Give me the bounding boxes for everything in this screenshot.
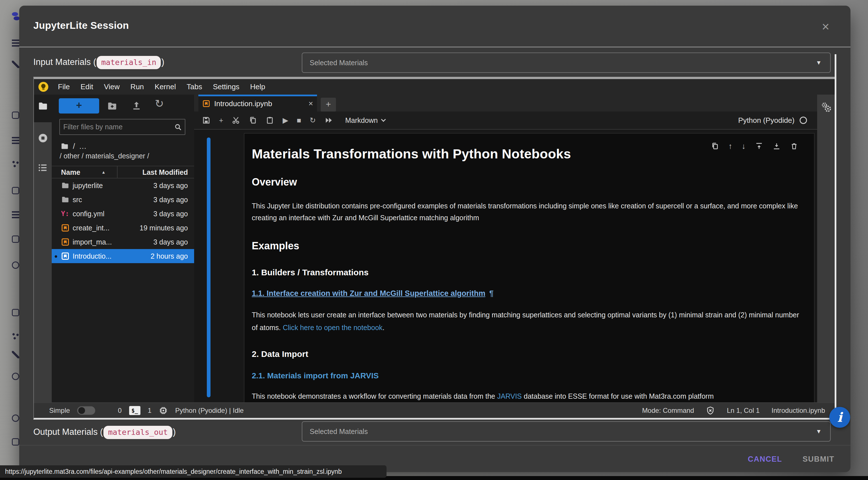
- app-pen-icon[interactable]: [12, 351, 19, 358]
- app-table-icon[interactable]: [12, 309, 19, 316]
- refresh-icon[interactable]: ↻: [154, 98, 165, 109]
- close-icon[interactable]: ×: [817, 19, 834, 36]
- cell-collapser-bar[interactable]: [207, 138, 211, 397]
- open-notebook-link[interactable]: Click here to open the notebook: [283, 323, 382, 332]
- new-launcher-button[interactable]: +: [59, 98, 99, 113]
- notebook-icon: [61, 252, 69, 260]
- app-pin-icon[interactable]: [12, 61, 19, 68]
- anchor-pilcrow[interactable]: ¶: [489, 289, 494, 298]
- file-row-create-interface[interactable]: create_int... 19 minutes ago: [52, 221, 194, 235]
- tab-introduction-ipynb[interactable]: Introduction.ipynb ×: [198, 95, 317, 111]
- input-materials-dropdown[interactable]: Selected Materials ▼: [302, 53, 831, 73]
- file-name: jupyterlite: [73, 178, 103, 193]
- menu-file[interactable]: File: [58, 82, 70, 91]
- jupyterlite-logo-icon: [38, 82, 48, 92]
- cell-type-select[interactable]: Markdown: [345, 116, 385, 125]
- paste-cells-icon[interactable]: [266, 116, 274, 125]
- modal-header: JupyterLite Session ×: [19, 6, 850, 47]
- copy-cells-icon[interactable]: [249, 116, 257, 125]
- insert-cell-above-icon[interactable]: [755, 142, 763, 150]
- menu-kernel[interactable]: Kernel: [155, 82, 176, 91]
- app-globe-icon[interactable]: [12, 373, 19, 380]
- file-row-src[interactable]: src 3 days ago: [52, 193, 194, 207]
- new-folder-icon[interactable]: [107, 101, 118, 111]
- run-cell-icon[interactable]: ▶: [283, 116, 288, 125]
- notebook-tab-bar: Introduction.ipynb × +: [194, 95, 817, 111]
- column-header-name[interactable]: Name: [61, 166, 80, 178]
- file-row-config-yml[interactable]: Y: config.yml 3 days ago: [52, 207, 194, 221]
- kernel-status-icon[interactable]: [800, 116, 807, 124]
- stop-kernel-icon[interactable]: ■: [297, 116, 301, 125]
- modal-scrollbar[interactable]: [835, 54, 836, 418]
- running-sessions-tab-icon[interactable]: [38, 133, 48, 143]
- menu-edit[interactable]: Edit: [81, 82, 93, 91]
- insert-cell-below-icon[interactable]: [773, 142, 781, 150]
- breadcrumb-home-folder-icon[interactable]: [60, 142, 69, 150]
- kernel-chip-icon[interactable]: [159, 406, 168, 415]
- breadcrumb-path[interactable]: / other / materials_designer /: [60, 152, 149, 160]
- column-header-modified[interactable]: Last Modified: [143, 166, 188, 178]
- save-icon[interactable]: [202, 116, 211, 125]
- move-cell-down-icon[interactable]: ↓: [742, 142, 746, 150]
- app-about-icon[interactable]: [12, 414, 19, 422]
- duplicate-cell-icon[interactable]: [711, 142, 719, 150]
- menu-view[interactable]: View: [104, 82, 120, 91]
- command-mode-indicator[interactable]: Mode: Command: [642, 407, 694, 414]
- sort-ascending-icon[interactable]: ▲: [101, 166, 106, 178]
- heading-data-import: 2. Data Import: [252, 349, 807, 359]
- kernels-count[interactable]: 1: [148, 407, 151, 414]
- menu-settings[interactable]: Settings: [213, 82, 239, 91]
- terminals-count[interactable]: 0: [118, 407, 122, 414]
- cursor-position[interactable]: Ln 1, Col 1: [727, 407, 760, 414]
- insert-cell-icon[interactable]: +: [219, 116, 223, 125]
- cut-cells-icon[interactable]: [232, 116, 240, 125]
- app-list-icon[interactable]: [12, 137, 19, 144]
- app-scatter-icon[interactable]: [12, 333, 19, 340]
- restart-kernel-icon[interactable]: ↻: [310, 116, 316, 125]
- menu-run[interactable]: Run: [130, 82, 144, 91]
- move-cell-up-icon[interactable]: ↑: [728, 142, 733, 150]
- heading-examples: Examples: [252, 240, 807, 252]
- app-camera-icon[interactable]: [12, 438, 19, 446]
- submit-button[interactable]: SUBMIT: [803, 446, 835, 472]
- file-row-introduction-selected[interactable]: ● Introductio... 2 hours ago: [52, 249, 194, 263]
- info-button[interactable]: i: [829, 407, 850, 428]
- app-book-icon[interactable]: [12, 187, 19, 194]
- status-filename[interactable]: Introduction.ipynb: [772, 407, 825, 414]
- delete-cell-icon[interactable]: [790, 142, 798, 150]
- kernel-name[interactable]: Python (Pyodide): [738, 116, 795, 125]
- file-modified: 3 days ago: [153, 193, 188, 207]
- input-dropdown-label: Selected Materials: [310, 53, 368, 72]
- interface-creation-link[interactable]: 1.1. Interface creation with Zur and McG…: [252, 289, 486, 298]
- simple-mode-toggle[interactable]: [77, 406, 95, 415]
- cancel-button[interactable]: CANCEL: [748, 446, 782, 472]
- jarvis-import-link[interactable]: 2.1. Materials import from JARVIS: [252, 371, 379, 380]
- new-tab-button[interactable]: +: [321, 98, 336, 111]
- upload-icon[interactable]: [131, 100, 142, 111]
- output-materials-dropdown[interactable]: Selected Materials ▼: [302, 421, 831, 442]
- property-inspector-gears-icon[interactable]: [820, 101, 832, 113]
- menu-tabs[interactable]: Tabs: [186, 82, 202, 91]
- app-panel-icon[interactable]: [12, 111, 19, 119]
- tab-close-icon[interactable]: ×: [309, 96, 313, 111]
- file-filter-input[interactable]: [63, 120, 170, 134]
- trust-shield-icon[interactable]: [706, 406, 715, 415]
- file-row-import-materials[interactable]: import_ma... 3 days ago: [52, 235, 194, 249]
- breadcrumb-ellipsis[interactable]: …: [79, 142, 87, 151]
- markdown-cell[interactable]: ↑ ↓ Materials Transformations with Pytho…: [244, 133, 815, 402]
- terminal-icon[interactable]: $_: [129, 406, 141, 415]
- table-of-contents-tab-icon[interactable]: [38, 162, 48, 173]
- kernel-status-text[interactable]: Python (Pyodide) | Idle: [175, 407, 244, 414]
- breadcrumb-root[interactable]: /: [73, 142, 75, 151]
- app-ellipse-icon[interactable]: [12, 262, 19, 269]
- app-menu-icon[interactable]: [12, 39, 19, 47]
- menu-help[interactable]: Help: [250, 82, 265, 91]
- app-chart-icon[interactable]: [12, 211, 19, 218]
- app-image-icon[interactable]: [12, 236, 19, 243]
- run-all-cells-icon[interactable]: [324, 116, 333, 125]
- jarvis-link[interactable]: JARVIS: [497, 392, 522, 400]
- app-atoms-icon[interactable]: [12, 160, 19, 168]
- file-browser-tab-icon[interactable]: [38, 101, 48, 111]
- file-row-jupyterlite[interactable]: jupyterlite 3 days ago: [52, 178, 194, 193]
- jupyterlite-window: File Edit View Run Kernel Tabs Settings …: [33, 77, 836, 419]
